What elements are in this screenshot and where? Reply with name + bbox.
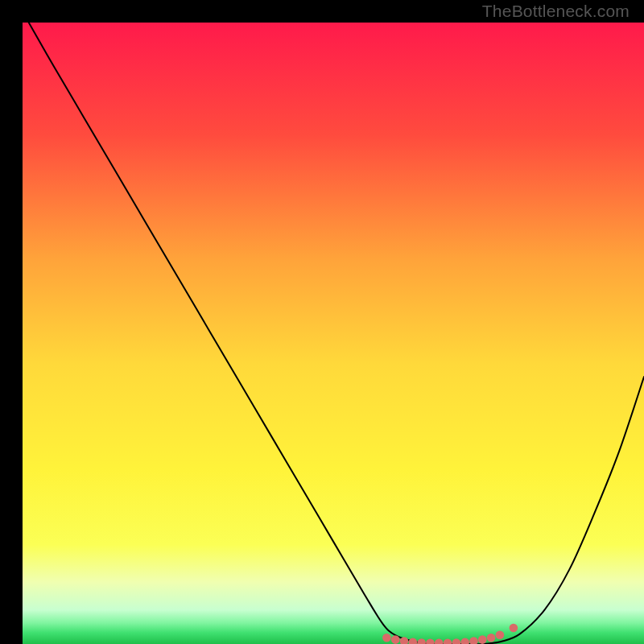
chart-background	[23, 23, 644, 644]
flat-segment-dot	[487, 634, 496, 642]
flat-segment-dot	[391, 635, 400, 644]
chart-canvas	[23, 23, 644, 644]
lone-dot-dot	[510, 624, 518, 633]
flat-segment-dot	[478, 635, 487, 644]
chart-frame	[11, 11, 633, 633]
flat-segment-dot	[382, 634, 391, 642]
flat-segment-dot	[496, 631, 505, 640]
watermark-text: TheBottleneck.com	[482, 2, 630, 21]
